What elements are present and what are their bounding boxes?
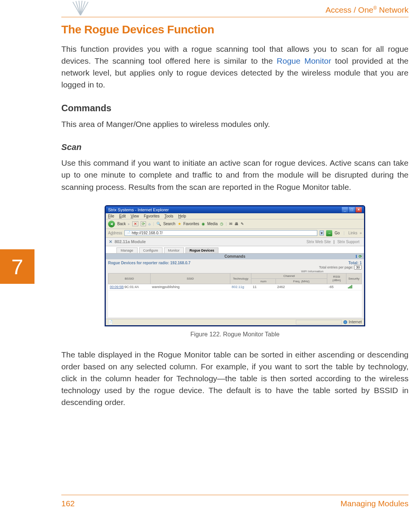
col-channel[interactable]: Channel: [251, 273, 327, 278]
signal-bars-icon: [348, 285, 352, 288]
internet-zone-label: Internet: [349, 320, 362, 324]
commands-subbar: Commands ℹ ⟳: [106, 254, 364, 259]
footer-section: Managing Modules: [341, 499, 409, 508]
menu-view[interactable]: View: [131, 214, 139, 218]
wifi-information-label: WiFi Information: [108, 270, 362, 273]
figure-caption: Figure 122. Rogue Monitor Table: [61, 331, 409, 338]
window-minimize-button[interactable]: _: [342, 207, 348, 212]
history-icon[interactable]: ◷: [220, 222, 223, 226]
header-product-name: Access / One® Network: [325, 5, 409, 15]
menu-favorites[interactable]: Favorites: [144, 214, 159, 218]
tab-configure[interactable]: Configure: [139, 247, 162, 253]
chapter-tab: 7: [0, 249, 34, 284]
window-maximize-button[interactable]: □: [349, 207, 355, 212]
module-logo-icon: ✕: [109, 239, 112, 244]
cell-channel-freq: 2462: [276, 284, 327, 290]
cell-technology: 802.11g: [230, 284, 251, 290]
go-button-label[interactable]: Go: [335, 231, 340, 235]
browser-status-bar: 📄 Internet: [106, 319, 364, 325]
page-number: 162: [61, 499, 75, 508]
brand-logo-icon: [69, 0, 92, 15]
commands-paragraph: This area of Manger/One applies to wirel…: [61, 118, 409, 130]
col-ssid[interactable]: SSID: [151, 273, 230, 284]
address-dropdown-icon[interactable]: ▾: [320, 231, 324, 235]
go-button-icon[interactable]: →: [326, 230, 332, 236]
figure-screenshot: Strix Systems - Internet Explorer _ □ × …: [105, 205, 365, 326]
col-channel-num[interactable]: num: [251, 278, 276, 284]
favorites-icon[interactable]: ★: [178, 222, 181, 226]
address-label: Address: [108, 231, 122, 235]
commands-info-icon[interactable]: ℹ: [356, 254, 357, 259]
entries-per-page-label: Total entries per page:: [319, 265, 353, 269]
footer-rule: [61, 495, 409, 495]
cell-channel-num: 11: [251, 284, 276, 290]
module-name: 802.11a Module: [115, 239, 146, 244]
edit-icon[interactable]: ✎: [241, 222, 244, 226]
table-row: 00:09:5B:9C:01:4A wareingpublishing 802.…: [108, 284, 362, 290]
search-label[interactable]: Search: [163, 222, 176, 226]
back-button-label[interactable]: Back: [117, 222, 126, 226]
forward-button-icon[interactable]: ▸: [128, 222, 130, 226]
tab-monitor[interactable]: Monitor: [164, 247, 184, 253]
favorites-label[interactable]: Favorites: [184, 222, 199, 226]
window-close-button[interactable]: ×: [356, 207, 362, 212]
menu-tools[interactable]: Tools: [164, 214, 173, 218]
rogue-devices-total: Total: 1: [348, 261, 362, 265]
entries-per-page-input[interactable]: [354, 265, 362, 270]
tab-manage[interactable]: Manage: [116, 247, 138, 253]
commands-heading: Commands: [61, 103, 409, 114]
rogue-monitor-table: BSSID SSID Technology Channel RSSI (dBm)…: [108, 273, 362, 290]
internet-zone-icon: [343, 320, 347, 324]
commands-refresh-icon[interactable]: ⟳: [359, 254, 362, 259]
back-button-icon[interactable]: ◄: [108, 221, 115, 227]
col-channel-freq[interactable]: Freq. (MHz): [276, 278, 327, 284]
refresh-icon[interactable]: ⟳: [141, 221, 146, 226]
window-title: Strix Systems - Internet Explorer: [108, 207, 169, 212]
menu-bar: File Edit View Favorites Tools Help: [106, 213, 364, 219]
mail-icon[interactable]: ✉: [229, 222, 232, 226]
print-icon[interactable]: 🖶: [235, 222, 238, 226]
links-chevron-icon[interactable]: »: [359, 231, 362, 235]
col-rssi[interactable]: RSSI (dBm): [327, 273, 346, 284]
menu-help[interactable]: Help: [178, 214, 186, 218]
strix-web-site-link[interactable]: Strix Web Site: [307, 240, 331, 244]
links-label[interactable]: Links: [348, 231, 357, 235]
rogue-monitor-link[interactable]: Rogue Monitor: [277, 56, 331, 65]
menu-edit[interactable]: Edit: [119, 214, 126, 218]
browser-toolbar: ◄ Back ▸ ✕ ⟳ ⌂ | 🔍Search ★Favorites ◉Med…: [106, 219, 364, 229]
tab-rogue-devices[interactable]: Rogue Devices: [185, 247, 219, 253]
scan-paragraph: Use this command if you want to initiate…: [61, 157, 409, 193]
intro-paragraph: This function provides you with a rogue …: [61, 43, 409, 91]
col-bssid[interactable]: BSSID: [108, 273, 151, 284]
cell-ssid: wareingpublishing: [151, 284, 230, 290]
page-title: The Rogue Devices Function: [61, 23, 409, 36]
cell-security: [346, 284, 362, 290]
strix-support-link[interactable]: Strix Support: [337, 240, 359, 244]
post-figure-paragraph: The table displayed in the Rogue Monitor…: [61, 349, 409, 408]
page-icon: 📄: [126, 231, 131, 235]
home-icon[interactable]: ⌂: [148, 222, 151, 226]
media-icon[interactable]: ◉: [202, 222, 205, 226]
cell-rssi: -65: [327, 284, 346, 290]
address-bar: Address 📄 http://192.168.0.7/ ▾ → Go | L…: [106, 229, 364, 238]
bssid-link[interactable]: 00:09:5B: [110, 285, 124, 289]
scan-heading: Scan: [61, 142, 409, 152]
media-label[interactable]: Media: [207, 222, 218, 226]
col-technology[interactable]: Technology: [230, 273, 251, 284]
search-icon[interactable]: 🔍: [156, 222, 161, 226]
window-titlebar: Strix Systems - Internet Explorer _ □ ×: [106, 206, 364, 213]
header-rule: [61, 17, 409, 17]
address-input[interactable]: 📄 http://192.168.0.7/: [125, 230, 317, 236]
stop-icon[interactable]: ✕: [132, 221, 138, 226]
menu-file[interactable]: File: [108, 214, 114, 218]
col-security[interactable]: Security: [346, 273, 362, 284]
table-empty-area: [108, 290, 362, 317]
rogue-devices-panel-title: Rogue Devices for reporter radio: 192.16…: [108, 261, 190, 265]
status-done-icon: 📄: [108, 320, 113, 324]
